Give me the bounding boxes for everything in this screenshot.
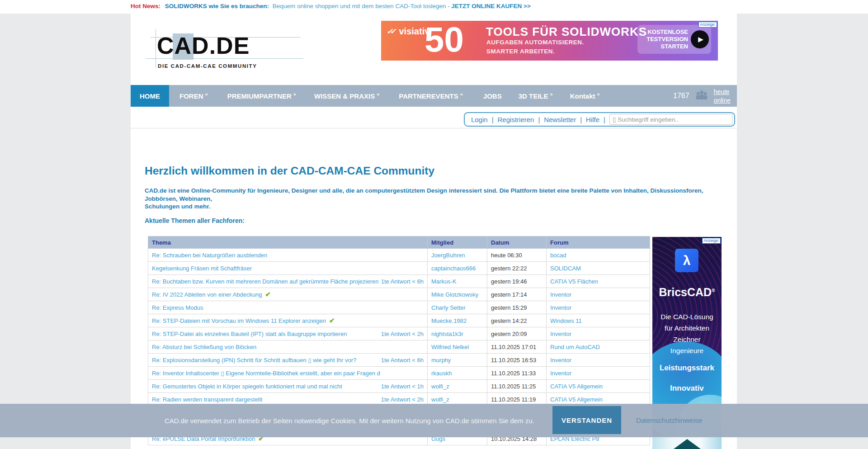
nav-item-label: FOREN bbox=[179, 92, 203, 100]
nav-item-label: HOME bbox=[140, 92, 160, 100]
topic-link[interactable]: Re: Absturz bei Schließung von Blöcken bbox=[152, 344, 256, 350]
banner-cta-button[interactable]: KOSTENLOSE TESTVERSION STARTEN ▶ bbox=[637, 25, 711, 54]
bricsys-logo-icon: λ bbox=[675, 249, 698, 272]
member-link[interactable]: captainchaos666 bbox=[431, 265, 476, 272]
forum-link[interactable]: Inventor bbox=[550, 357, 571, 364]
first-answer-badge: 1te Antwort < 2h bbox=[381, 331, 424, 337]
member-link[interactable]: nightsta1k3r bbox=[431, 331, 463, 337]
nav-item-label: 3D TEILE bbox=[519, 92, 548, 100]
member-link[interactable]: Mike Glotzkowsky bbox=[431, 291, 478, 298]
forum-cell: CATIA V5 Allgemein bbox=[547, 380, 650, 393]
online-link-heute[interactable]: heute bbox=[714, 88, 731, 95]
member-cell: Mike Glotzkowsky bbox=[428, 288, 487, 301]
user-link-separator: | bbox=[580, 116, 582, 123]
hot-news-cta-link[interactable]: JETZT ONLINE KAUFEN >> bbox=[451, 3, 531, 9]
forum-link[interactable]: bocad bbox=[550, 252, 566, 259]
topic-link[interactable]: Re: IV 2022 Ableiten von einer Abdeckung bbox=[152, 291, 262, 298]
topic-link[interactable]: Kegelsenkung Fräsen mit Schaftfräser bbox=[152, 265, 252, 272]
topic-link[interactable]: Re: Buchtaben bzw. Kurven mit mehreren D… bbox=[152, 278, 378, 285]
user-link-login[interactable]: Login bbox=[471, 116, 488, 123]
member-cell: Muecke.1982 bbox=[428, 314, 487, 327]
forum-link[interactable]: CATIA V5 Flächen bbox=[550, 278, 598, 285]
forum-link[interactable]: CATIA V5 Allgemein bbox=[550, 396, 603, 403]
banner-headline: TOOLS FÜR SOLIDWORKS bbox=[486, 25, 647, 39]
table-row: Re: STEP-Datei als einzelnes Bauteil (IP… bbox=[148, 327, 650, 340]
site-logo[interactable]: CAD.DE DIE CAD-CAM-CAE COMMUNITY bbox=[157, 33, 306, 85]
user-link-registrieren[interactable]: Registrieren bbox=[498, 116, 534, 123]
member-link[interactable]: JoergBuhren bbox=[431, 252, 465, 259]
date-cell: 11.10.2025 16:53 bbox=[487, 354, 547, 367]
cookie-banner: CAD.de verwendet zum Betrieb der Seiten … bbox=[0, 404, 868, 437]
forum-link[interactable]: Inventor bbox=[550, 291, 571, 298]
topic-link[interactable]: Re: STEP-Datei als einzelnes Bauteil (IP… bbox=[152, 331, 347, 337]
user-link-hilfe[interactable]: Hilfe bbox=[586, 116, 599, 123]
nav-item-label: Kontakt bbox=[570, 92, 595, 100]
user-bar: Login|Registrieren|Newsletter|Hilfe| bbox=[464, 112, 735, 127]
table-row: Re: Explosionsdarstellung (IPN) Schritt … bbox=[148, 354, 650, 367]
date-cell: gestern 17:14 bbox=[487, 288, 547, 301]
ad-footer-image bbox=[652, 436, 722, 449]
visiativ-logo-icon: ✓✓ bbox=[387, 27, 393, 36]
topic-link[interactable]: Re: Inventor Inhaltscenter ▯ Eigene Norm… bbox=[152, 370, 380, 377]
table-row: Re: Absturz bei Schließung von BlöckenWi… bbox=[148, 340, 650, 354]
topic-cell: Re: Express Modus bbox=[148, 301, 428, 314]
topic-link[interactable]: Re: STEP-Dateien mit Vorschau im Windows… bbox=[152, 317, 326, 324]
forum-link[interactable]: Rund um AutoCAD bbox=[550, 344, 600, 350]
banner-big-number: 50 bbox=[425, 21, 464, 61]
topic-link[interactable]: Re: Explosionsdarstellung (IPN) Schritt … bbox=[152, 357, 356, 364]
people-group-icon bbox=[694, 89, 709, 103]
nav-item-partnerevents[interactable]: PARTNEREVENTS» bbox=[399, 85, 463, 107]
forum-link[interactable]: Inventor bbox=[550, 331, 571, 337]
member-link[interactable]: Muecke.1982 bbox=[431, 317, 467, 324]
bricscad-tagline-line: Die CAD-Lösung bbox=[652, 311, 722, 322]
banner-ad-visiativ[interactable]: Anzeige: ✓✓ visiativ 50 TOOLS FÜR SOLIDW… bbox=[381, 21, 718, 61]
topic-cell: Re: IV 2022 Ableiten von einer Abdeckung… bbox=[148, 288, 428, 301]
nav-item-kontakt[interactable]: Kontakt» bbox=[570, 85, 600, 107]
table-row: Re: Schrauben bei Naturgrößen ausblenden… bbox=[148, 249, 650, 262]
page-title: Herzlich willkommen in der CAD-CAM-CAE C… bbox=[145, 165, 434, 177]
banner-subline-2: SMARTER ARBEITEN. bbox=[486, 48, 555, 55]
cookie-accept-button[interactable]: VERSTANDEN bbox=[552, 406, 621, 434]
member-link[interactable]: murphy bbox=[431, 357, 451, 364]
forum-link[interactable]: CATIA V5 Allgemein bbox=[550, 383, 603, 390]
member-cell: murphy bbox=[428, 354, 487, 367]
member-link[interactable]: wolfi_z bbox=[431, 396, 449, 403]
topic-link[interactable]: Re: Gemustertes Objekt in Körper spiegel… bbox=[152, 383, 342, 390]
nav-item-jobs[interactable]: JOBS bbox=[483, 85, 502, 107]
hot-news-lead: SOLIDWORKS wie Sie es brauchen: bbox=[165, 3, 269, 9]
member-link[interactable]: rkauskh bbox=[431, 370, 452, 377]
member-link[interactable]: wolfi_z bbox=[431, 383, 449, 390]
cookie-privacy-link[interactable]: Datenschutzhinweise bbox=[636, 404, 702, 437]
date-cell: heute 06:30 bbox=[487, 249, 547, 262]
user-link-newsletter[interactable]: Newsletter bbox=[544, 116, 576, 123]
forum-link[interactable]: SOLIDCAM bbox=[550, 265, 581, 272]
bricscad-brand: BricsCAD® bbox=[652, 286, 722, 299]
member-cell: wolfi_z bbox=[428, 380, 487, 393]
online-links: heute online bbox=[714, 88, 731, 104]
forum-cell: Inventor bbox=[547, 288, 650, 301]
table-row: Kegelsenkung Fräsen mit Schaftfräsercapt… bbox=[148, 262, 650, 275]
topic-cell: Re: Schrauben bei Naturgrößen ausblenden bbox=[148, 249, 428, 262]
member-link[interactable]: Charly Setter bbox=[431, 304, 466, 311]
member-cell: rkauskh bbox=[428, 367, 487, 380]
topic-link[interactable]: Re: Express Modus bbox=[152, 304, 203, 311]
nav-item-wissen-praxis[interactable]: WISSEN & PRAXIS» bbox=[314, 85, 379, 107]
nav-item-3d-teile[interactable]: 3D TEILE» bbox=[519, 85, 553, 107]
nav-item-premiumpartner[interactable]: PREMIUMPARTNER» bbox=[227, 85, 296, 107]
member-link[interactable]: Wilfried Nelkel bbox=[431, 344, 469, 350]
chevron-double-icon: » bbox=[460, 91, 463, 97]
forum-link[interactable]: Inventor bbox=[550, 304, 571, 311]
hot-news-bar: Hot News: SOLIDWORKS wie Sie es brauchen… bbox=[0, 0, 868, 14]
member-link[interactable]: Markus-K bbox=[431, 278, 457, 285]
online-link-online[interactable]: online bbox=[714, 97, 731, 104]
forum-link[interactable]: Inventor bbox=[550, 370, 571, 377]
main-nav: HOMEFOREN»PREMIUMPARTNER»WISSEN & PRAXIS… bbox=[131, 85, 737, 107]
topic-link[interactable]: Re: Schrauben bei Naturgrößen ausblenden bbox=[152, 252, 267, 259]
nav-item-foren[interactable]: FOREN» bbox=[179, 85, 208, 107]
forum-link[interactable]: Windows 11 bbox=[550, 317, 582, 324]
search-input[interactable] bbox=[609, 114, 732, 125]
date-cell: gestern 22:22 bbox=[487, 262, 547, 275]
member-cell: JoergBuhren bbox=[428, 249, 487, 262]
topic-link[interactable]: Re: Radien werden transparent dargestell… bbox=[152, 396, 262, 403]
nav-item-home[interactable]: HOME bbox=[131, 85, 169, 107]
